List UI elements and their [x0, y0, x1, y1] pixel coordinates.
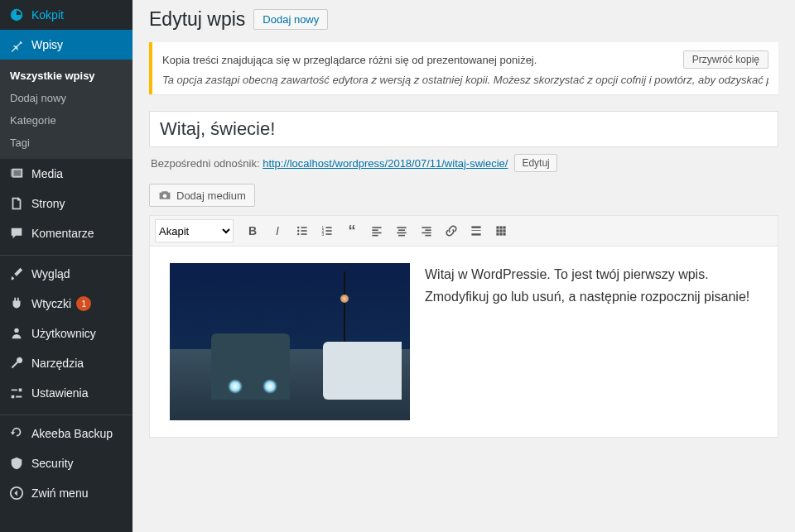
sidebar-item-tools[interactable]: Narzędzia	[0, 348, 132, 378]
sidebar-item-settings[interactable]: Ustawienia	[0, 378, 132, 408]
align-left-button[interactable]	[365, 219, 388, 242]
sidebar-label: Wygląd	[31, 267, 70, 280]
svg-rect-19	[398, 229, 405, 231]
notice-subtext: Ta opcja zastąpi obecną zawartość edytor…	[162, 74, 768, 86]
sidebar-label: Akeeba Backup	[31, 427, 113, 440]
editor-toolbar: Akapit B I 123 “	[150, 216, 778, 247]
svg-rect-14	[372, 227, 381, 228]
svg-rect-31	[503, 226, 505, 228]
post-content[interactable]: Witaj w WordPressie. To jest twój pierws…	[425, 263, 758, 420]
toolbar-toggle-button[interactable]	[489, 219, 513, 242]
sliders-icon	[8, 385, 25, 401]
restore-button[interactable]: Przywróć kopię	[683, 50, 768, 69]
brush-icon	[8, 266, 25, 282]
svg-rect-22	[422, 227, 431, 228]
svg-rect-28	[471, 233, 480, 235]
svg-rect-23	[425, 229, 431, 231]
svg-rect-27	[471, 230, 480, 231]
sidebar-label: Zwiń menu	[31, 486, 88, 500]
sidebar-label: Strony	[31, 197, 65, 210]
sidebar-item-pages[interactable]: Strony	[0, 189, 132, 218]
svg-point-2	[297, 227, 299, 228]
bullet-list-button[interactable]	[291, 219, 314, 242]
svg-rect-13	[325, 233, 331, 235]
sidebar-item-akeeba[interactable]: Akeeba Backup	[0, 419, 132, 448]
svg-rect-16	[372, 232, 381, 234]
backup-icon	[8, 425, 25, 442]
add-media-button[interactable]: Dodaj medium	[149, 184, 255, 207]
italic-button[interactable]: I	[266, 219, 289, 242]
svg-rect-20	[397, 232, 406, 234]
sidebar-item-security[interactable]: Security	[0, 448, 132, 478]
align-right-button[interactable]	[415, 219, 438, 242]
page-icon	[8, 195, 25, 212]
submenu-categories[interactable]: Kategorie	[0, 109, 132, 132]
svg-rect-37	[503, 232, 505, 235]
permalink-row: Bezpośredni odnośnik: http://localhost/w…	[149, 151, 778, 184]
bold-button[interactable]: B	[241, 219, 264, 242]
svg-rect-24	[422, 232, 431, 234]
svg-rect-21	[398, 235, 405, 237]
page-title: Edytuj wpis	[149, 8, 245, 31]
plugin-icon	[8, 295, 25, 312]
svg-rect-5	[301, 230, 306, 232]
post-image[interactable]	[170, 263, 410, 420]
svg-point-6	[297, 233, 299, 235]
pin-icon	[8, 36, 25, 53]
sidebar-separator	[0, 252, 132, 256]
svg-rect-32	[496, 229, 499, 232]
svg-rect-3	[301, 227, 306, 228]
submenu-add-new[interactable]: Dodaj nowy	[0, 87, 132, 109]
number-list-button[interactable]: 123	[316, 219, 339, 242]
svg-rect-33	[499, 229, 502, 232]
sidebar-label: Komentarze	[31, 227, 94, 240]
svg-rect-18	[397, 227, 406, 228]
add-new-button[interactable]: Dodaj nowy	[253, 9, 328, 30]
svg-point-4	[297, 230, 299, 232]
sidebar-label: Wpisy	[31, 38, 63, 51]
svg-rect-34	[503, 229, 505, 232]
wrench-icon	[8, 355, 25, 371]
plugin-update-badge: 1	[76, 296, 91, 311]
quote-button[interactable]: “	[340, 219, 364, 242]
svg-rect-7	[301, 233, 306, 235]
sidebar-collapse[interactable]: Zwiń menu	[0, 478, 132, 508]
sidebar-item-media[interactable]: Media	[0, 159, 132, 189]
sidebar-label: Kokpit	[31, 8, 64, 22]
sidebar-label: Security	[31, 457, 74, 470]
sidebar-label: Wtyczki	[31, 297, 71, 310]
permalink-label: Bezpośredni odnośnik:	[151, 157, 260, 170]
svg-rect-30	[499, 226, 502, 228]
sidebar-item-comments[interactable]: Komentarze	[0, 218, 132, 248]
add-media-label: Dodaj medium	[176, 189, 246, 202]
main-content: Edytuj wpis Dodaj nowy Kopia treści znaj…	[132, 0, 795, 532]
sidebar-label: Narzędzia	[31, 357, 84, 370]
align-center-button[interactable]	[390, 219, 413, 242]
media-icon	[8, 165, 25, 182]
sidebar-item-appearance[interactable]: Wygląd	[0, 259, 132, 289]
permalink-link[interactable]: http://localhost/wordpress/2018/07/11/wi…	[263, 157, 508, 170]
submenu-all-posts[interactable]: Wszystkie wpisy	[0, 65, 132, 87]
collapse-icon	[8, 485, 25, 501]
sidebar-item-plugins[interactable]: Wtyczki 1	[0, 289, 132, 319]
link-button[interactable]	[440, 219, 463, 242]
sidebar-item-posts[interactable]: Wpisy	[0, 30, 132, 60]
post-title-input[interactable]	[149, 111, 778, 147]
svg-rect-29	[496, 226, 499, 228]
svg-rect-36	[499, 232, 502, 235]
editor-body[interactable]: Witaj w WordPressie. To jest twój pierws…	[150, 247, 778, 437]
sidebar-item-users[interactable]: Użytkownicy	[0, 319, 132, 348]
svg-rect-15	[372, 229, 378, 231]
edit-slug-button[interactable]: Edytuj	[514, 154, 556, 172]
dashboard-icon	[8, 7, 25, 23]
sidebar-item-dashboard[interactable]: Kokpit	[0, 0, 132, 30]
user-icon	[8, 325, 25, 342]
sidebar-label: Media	[31, 167, 63, 180]
autosave-notice: Kopia treści znajdująca się w przeglądar…	[149, 42, 778, 94]
camera-icon	[158, 189, 171, 202]
submenu-tags[interactable]: Tagi	[0, 132, 132, 154]
readmore-button[interactable]	[465, 219, 488, 242]
svg-rect-26	[471, 226, 480, 228]
svg-rect-9	[325, 227, 331, 228]
format-select[interactable]: Akapit	[155, 219, 234, 242]
